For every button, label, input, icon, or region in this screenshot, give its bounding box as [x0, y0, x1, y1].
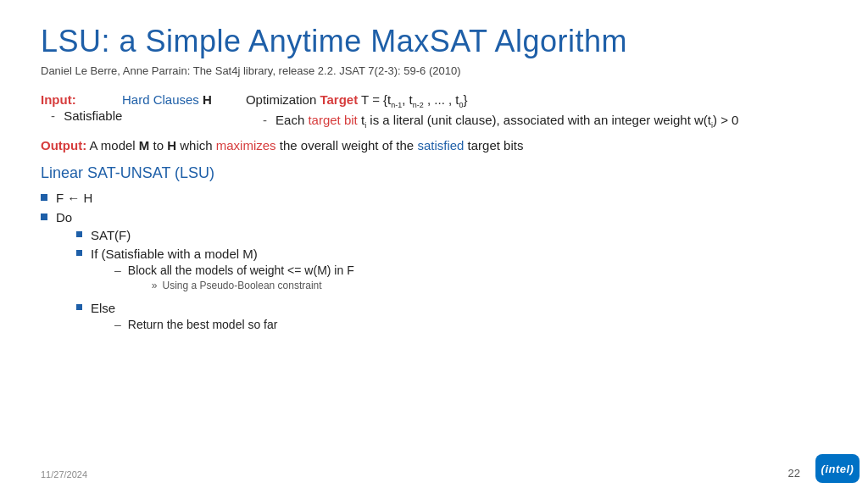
using-pb-item: » Using a Pseudo-Boolean constraint	[152, 280, 354, 291]
if-label: If (Satisfiable with a model M)	[91, 247, 258, 261]
sat-label: SAT(F)	[91, 228, 131, 242]
input-left: Input: Hard Clauses H - Satisfiable	[41, 92, 212, 130]
sub-bullet-1	[76, 231, 82, 237]
return-item: – Return the best model so far	[114, 318, 277, 331]
lsu-title: Linear SAT-UNSAT (LSU)	[41, 164, 827, 182]
page-number: 22	[788, 467, 800, 480]
slide-subtitle: Daniel Le Berre, Anne Parrain: The Sat4j…	[41, 64, 827, 77]
output-section: Output: A model M to H which maximizes t…	[41, 138, 827, 152]
hard-clauses-label: Hard Clauses H	[122, 92, 212, 107]
else-sub-list: – Return the best model so far	[91, 318, 277, 331]
input-section: Input: Hard Clauses H - Satisfiable Opti…	[41, 92, 827, 130]
sub-list: SAT(F) If (Satisfiable with a model M) –	[56, 228, 354, 334]
bullet-item-1: F ← H	[41, 191, 827, 205]
else-block: Else – Return the best model so far	[91, 301, 277, 334]
slide-title: LSU: a Simple Anytime MaxSAT Algorithm	[41, 24, 827, 59]
main-bullet-list: F ← H Do SAT(F)	[41, 191, 827, 338]
bullet-square-2	[41, 214, 47, 220]
satisfiable-row: - Satisfiable	[41, 108, 212, 123]
using-pb-label: Using a Pseudo-Boolean constraint	[162, 280, 321, 291]
block-block: Block all the models of weight <= w(M) i…	[128, 263, 354, 294]
each-target-line: - Each target bit ti is a literal (unit …	[246, 113, 827, 130]
sub-item-1: SAT(F)	[76, 228, 354, 242]
footer-date: 11/27/2024	[41, 469, 87, 480]
if-block: If (Satisfiable with a model M) – Block …	[91, 247, 354, 297]
pseudo-boolean-list: » Using a Pseudo-Boolean constraint	[128, 280, 354, 291]
sub-item-2: If (Satisfiable with a model M) – Block …	[76, 247, 354, 297]
do-block: Do SAT(F) If (Satisfiable with a model M…	[56, 210, 354, 338]
slide: LSU: a Simple Anytime MaxSAT Algorithm D…	[0, 0, 868, 488]
else-label: Else	[91, 301, 115, 315]
block-label: Block all the models of weight <= w(M) i…	[128, 263, 354, 277]
bullet-item-2: Do SAT(F) If (Satisfiable with a model M…	[41, 210, 827, 338]
lsu-section: Linear SAT-UNSAT (LSU) F ← H Do SAT(F)	[41, 164, 827, 338]
sub-item-3: Else – Return the best model so far	[76, 301, 354, 334]
sub-bullet-3	[76, 304, 82, 310]
bullet-square-1	[41, 194, 47, 201]
opt-line: Optimization Target T = {tn-1, tn-2 , ..…	[246, 92, 827, 109]
return-label: Return the best model so far	[128, 318, 278, 331]
sub-bullet-2	[76, 250, 82, 256]
bullet-text-1: F ← H	[56, 191, 92, 205]
sub-sub-item-1: – Block all the models of weight <= w(M)…	[114, 263, 354, 294]
intel-logo: (intel)	[815, 454, 860, 483]
sub-sub-list: – Block all the models of weight <= w(M)…	[91, 263, 354, 294]
input-right: Optimization Target T = {tn-1, tn-2 , ..…	[246, 92, 827, 130]
do-label: Do	[56, 210, 72, 225]
input-label: Input:	[41, 92, 108, 107]
